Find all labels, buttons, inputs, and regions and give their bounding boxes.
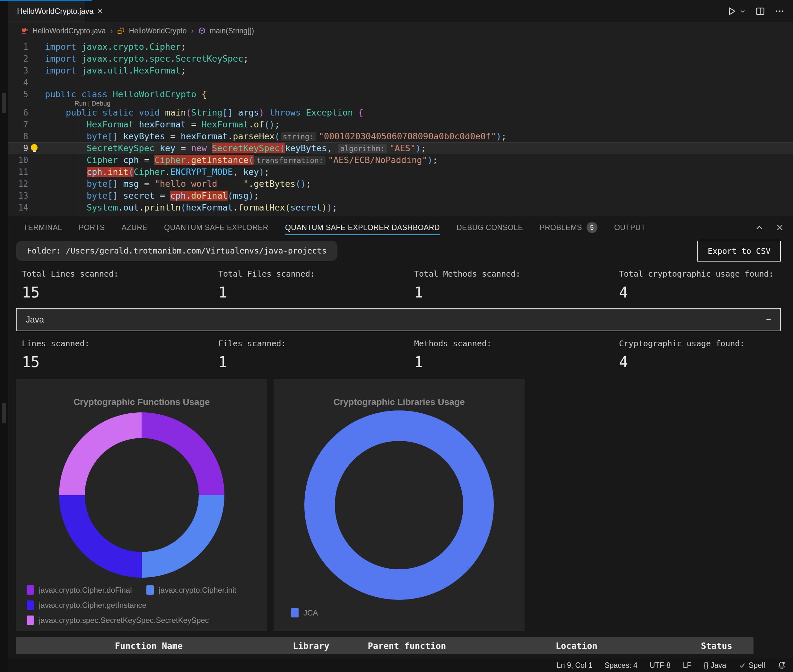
stat-block: Total cryptographic usage found:4	[619, 269, 781, 301]
table-header-library: Library	[282, 641, 341, 651]
panel-tab-quantum-safe-explorer[interactable]: QUANTUM SAFE EXPLORER	[164, 216, 268, 239]
stat-block: Cryptographic usage found:4	[619, 339, 781, 371]
code-line[interactable]: 6 public static void main(String[] args)…	[8, 107, 793, 118]
stat-block: Total Lines scanned:15	[22, 269, 218, 301]
code-line[interactable]: 5public class HelloWorldCrypto {	[8, 88, 793, 100]
inlay-hint: string:	[280, 132, 316, 141]
editor-tab-helloworldcrypto[interactable]: HelloWorldCrypto.java ×	[8, 0, 85, 22]
functions-usage-donut[interactable]	[59, 412, 224, 578]
status-item-spaces-4[interactable]: Spaces: 4	[604, 661, 637, 670]
inlay-hint: transformation:	[254, 156, 325, 165]
libraries-usage-donut[interactable]	[304, 410, 494, 600]
code-line[interactable]: 15 }	[8, 213, 793, 216]
legend-item[interactable]: javax.crypto.Cipher.getInstance	[27, 600, 146, 610]
line-number: 12	[8, 179, 28, 189]
code-line[interactable]: 4	[8, 76, 793, 88]
code-text: Cipher cph = Cipher.getInstance(transfor…	[45, 155, 437, 165]
panel-tab-problems[interactable]: PROBLEMS5	[540, 216, 598, 239]
panel-tab-azure[interactable]: AZURE	[122, 216, 147, 239]
chevron-down-icon	[739, 8, 746, 15]
stat-value: 15	[22, 284, 218, 301]
breadcrumb: HelloWorldCrypto.java › HelloWorldCrypto…	[8, 23, 793, 39]
status-item-ln-9-col-1[interactable]: Ln 9, Col 1	[557, 661, 592, 670]
panel-tab-ports[interactable]: PORTS	[78, 216, 105, 239]
panel-tab-label: AZURE	[122, 223, 147, 232]
gutter-margin	[28, 53, 45, 64]
legend-item[interactable]: javax.crypto.Cipher.doFinal	[27, 586, 131, 595]
stat-label: Methods scanned:	[414, 339, 619, 348]
panel-tab-debug-console[interactable]: DEBUG CONSOLE	[457, 216, 523, 239]
code-line[interactable]: 14 System.out.println(hexFormat.formatHe…	[8, 202, 793, 213]
status-item-lf[interactable]: LF	[683, 661, 692, 670]
code-text: System.out.println(hexFormat.formatHex(s…	[45, 203, 337, 213]
stat-value: 4	[619, 353, 781, 371]
code-line[interactable]: 12 byte[] msg = "hello world ".getBytes(…	[8, 178, 793, 190]
stat-block: Total Files scanned:1	[218, 269, 414, 301]
breadcrumb-separator: ›	[110, 26, 113, 35]
legend-color-chip	[27, 616, 34, 625]
panel-tab-label: PORTS	[78, 223, 105, 232]
inlay-hint: algorithm:	[338, 144, 386, 153]
lightbulb-icon[interactable]	[31, 144, 38, 151]
code-line[interactable]: 8 byte[] keyBytes = hexFormat.parseHex(s…	[8, 130, 793, 142]
stat-label: Total Lines scanned:	[22, 269, 218, 278]
gutter-margin	[28, 213, 45, 216]
panel-maximize-icon[interactable]	[755, 223, 764, 232]
code-line[interactable]: 1import javax.crypto.Cipher;	[8, 41, 793, 53]
libraries-usage-chart-card: Cryptographic Libraries Usage JCA	[274, 379, 525, 631]
breadcrumb-file[interactable]: HelloWorldCrypto.java	[32, 27, 106, 35]
tab-close-icon[interactable]: ×	[97, 7, 103, 16]
method-symbol-icon	[198, 27, 206, 35]
gutter-margin	[28, 107, 45, 118]
code-line[interactable]: 7 HexFormat hexFormat = HexFormat.of();	[8, 118, 793, 130]
line-number: 1	[8, 42, 28, 52]
split-editor-icon[interactable]	[755, 6, 766, 16]
java-section-title: Java	[26, 315, 44, 325]
code-text: import javax.crypto.spec.SecretKeySpec;	[45, 54, 248, 64]
code-line[interactable]: 10 Cipher cph = Cipher.getInstance(trans…	[8, 154, 793, 166]
gutter-margin	[28, 118, 45, 130]
run-button[interactable]	[726, 6, 746, 17]
status-item-utf-8[interactable]: UTF-8	[649, 661, 670, 670]
code-text: byte[] keyBytes = hexFormat.parseHex(str…	[45, 131, 506, 141]
line-number: 2	[8, 54, 28, 64]
status-item--java[interactable]: {} Java	[704, 661, 726, 670]
code-line[interactable]: 2import javax.crypto.spec.SecretKeySpec;	[8, 53, 793, 64]
line-number: 10	[8, 155, 28, 165]
spell-status[interactable]: Spell	[739, 661, 765, 670]
code-editor[interactable]: 1import javax.crypto.Cipher;2import java…	[8, 39, 793, 216]
gutter-margin	[28, 166, 45, 178]
legend-item[interactable]: JCA	[291, 608, 318, 618]
line-number: 15	[8, 215, 28, 216]
problems-count-badge: 5	[586, 222, 598, 233]
code-line[interactable]: 13 byte[] secret = cph.doFinal(msg);	[8, 190, 793, 202]
stat-label: Total Methods scanned:	[414, 269, 619, 278]
functions-usage-chart-card: Cryptographic Functions Usage javax.cryp…	[16, 379, 267, 631]
panel-tab-terminal[interactable]: TERMINAL	[24, 216, 62, 239]
notifications-bell-icon[interactable]	[777, 661, 786, 670]
panel-tab-output[interactable]: OUTPUT	[614, 216, 646, 239]
stat-value: 15	[22, 353, 218, 371]
java-section-header[interactable]: Java −	[16, 308, 781, 331]
more-actions-icon[interactable]	[774, 6, 785, 16]
gutter-margin	[28, 202, 45, 213]
line-number: 3	[8, 66, 28, 75]
stat-label: Files scanned:	[218, 339, 414, 348]
collapse-icon[interactable]: −	[766, 315, 771, 325]
export-to-csv-button[interactable]: Export to CSV	[697, 241, 781, 262]
panel-tab-label: TERMINAL	[24, 223, 62, 232]
code-line[interactable]: 9 SecretKeySpec key = new SecretKeySpec(…	[8, 142, 793, 154]
panel-tab-quantum-safe-explorer-dashboard[interactable]: QUANTUM SAFE EXPLORER DASHBOARD	[285, 216, 440, 239]
code-line[interactable]: 3import java.util.HexFormat;	[8, 64, 793, 76]
legend-item[interactable]: javax.crypto.spec.SecretKeySpec.SecretKe…	[27, 616, 209, 625]
panel-close-icon[interactable]	[775, 223, 785, 232]
java-stats-row: Lines scanned:15Files scanned:1Methods s…	[16, 339, 781, 371]
legend-label: javax.crypto.Cipher.init	[159, 586, 236, 595]
legend-color-chip	[27, 600, 34, 610]
code-line[interactable]: 11 cph.init(Cipher.ENCRYPT_MODE, key);	[8, 166, 793, 178]
legend-item[interactable]: javax.crypto.Cipher.init	[146, 586, 236, 595]
run-debug-code-lens[interactable]: Run | Debug	[8, 100, 793, 107]
stat-label: Lines scanned:	[22, 339, 218, 348]
breadcrumb-class[interactable]: HelloWorldCrypto	[129, 27, 186, 35]
breadcrumb-method[interactable]: main(String[])	[210, 27, 254, 35]
